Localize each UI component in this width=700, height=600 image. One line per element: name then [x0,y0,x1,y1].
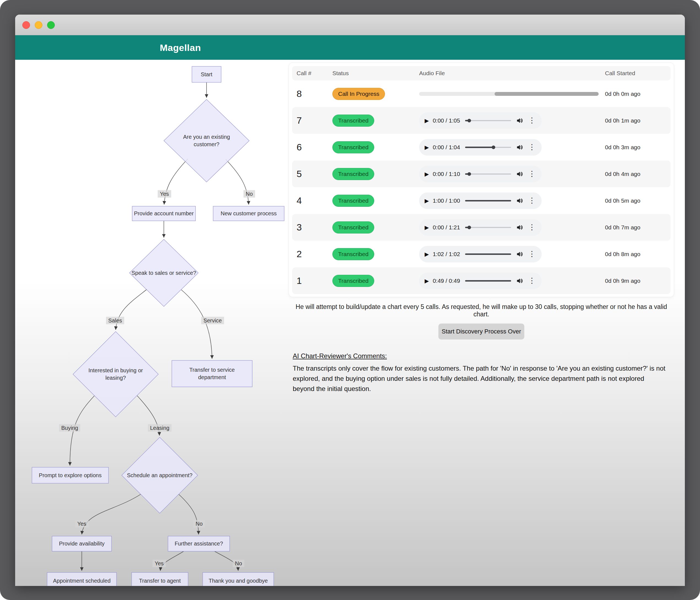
audio-cell: ▶1:02 / 1:02⋮ [419,246,605,262]
edge-label-yes: Yes [153,560,166,567]
table-header-row: Call # Status Audio File Call Started [292,66,671,80]
volume-icon[interactable] [516,197,524,205]
audio-seek-fill [465,253,511,255]
edge-label-service: Service [201,317,224,324]
audio-time: 0:00 / 1:05 [433,117,460,124]
volume-icon[interactable] [516,250,524,258]
audio-time: 0:00 / 1:10 [433,171,460,177]
col-header-audio: Audio File [419,70,605,77]
call-number: 5 [297,169,332,179]
edge-label-no: No [193,520,205,528]
edge-label-no: No [233,560,244,567]
table-row: 8Call In Progress0d 0h 0m ago [292,80,671,107]
audio-menu-button[interactable]: ⋮ [528,197,536,204]
audio-player[interactable]: ▶0:49 / 0:49⋮ [419,273,542,289]
call-table-card: Call # Status Audio File Call Started 8C… [289,62,674,297]
audio-seek-slider[interactable] [465,254,511,255]
play-icon[interactable]: ▶ [425,117,429,124]
volume-icon[interactable] [516,117,524,124]
node-start: Start [192,66,221,82]
call-number: 7 [297,115,332,126]
play-icon[interactable]: ▶ [425,197,429,204]
audio-menu-button[interactable]: ⋮ [528,144,536,151]
audio-cell: ▶0:00 / 1:04⋮ [419,139,605,156]
audio-cell: ▶0:00 / 1:05⋮ [419,112,605,129]
screenshot-root: Magellan [0,0,700,600]
audio-player[interactable]: ▶0:00 / 1:10⋮ [419,166,542,182]
audio-menu-button[interactable]: ⋮ [528,170,536,178]
audio-seek-slider[interactable] [465,227,511,228]
status-badge: Call In Progress [332,88,385,100]
audio-seek-slider[interactable] [465,200,511,201]
app-window: Magellan [15,15,685,586]
audio-seek-slider[interactable] [465,280,511,281]
audio-menu-button[interactable]: ⋮ [528,277,536,284]
minimize-button[interactable] [35,21,43,29]
volume-icon[interactable] [516,144,524,151]
audio-time: 1:00 / 1:00 [433,197,460,204]
table-row: 1Transcribed▶0:49 / 0:49⋮0d 0h 9m ago [292,267,671,294]
close-button[interactable] [22,21,30,29]
node-provide-availability: Provide availability [52,536,111,551]
node-further-assistance: Further assistance? [168,536,230,551]
edge-label-buying: Buying [59,424,80,432]
audio-seek-fill [465,200,511,201]
audio-player[interactable]: ▶0:00 / 1:05⋮ [419,112,542,129]
play-icon[interactable]: ▶ [425,278,429,284]
call-number: 3 [297,222,332,233]
call-started: 0d 0h 9m ago [605,278,666,284]
play-icon[interactable]: ▶ [425,251,429,257]
play-icon[interactable]: ▶ [425,171,429,177]
audio-time: 0:49 / 0:49 [433,278,460,284]
table-row: 4Transcribed▶1:00 / 1:00⋮0d 0h 5m ago [292,187,671,214]
volume-icon[interactable] [516,277,524,285]
play-icon[interactable]: ▶ [425,144,429,151]
table-row: 5Transcribed▶0:00 / 1:10⋮0d 0h 4m ago [292,160,671,187]
start-discovery-over-button[interactable]: Start Discovery Process Over [439,324,524,340]
node-buy-or-lease: Interested in buying or leasing? [81,362,150,386]
discovery-note: He will attempt to build/update a chart … [289,303,674,318]
play-icon[interactable]: ▶ [425,224,429,231]
status-badge: Transcribed [332,168,374,180]
audio-seek-fill [465,280,511,281]
zoom-button[interactable] [47,21,55,29]
audio-player[interactable]: ▶0:00 / 1:04⋮ [419,139,542,156]
status-cell: Transcribed [332,168,419,180]
slider-thumb[interactable] [467,172,471,176]
call-number: 1 [297,275,332,286]
edge-label-yes: Yes [75,520,89,528]
volume-icon[interactable] [516,170,524,178]
col-header-call-started: Call Started [605,70,666,77]
audio-time: 1:02 / 1:02 [433,251,460,257]
status-cell: Call In Progress [332,88,419,100]
slider-thumb[interactable] [467,119,471,122]
node-thank-you: Thank you and goodbye [203,572,274,586]
audio-menu-button[interactable]: ⋮ [528,250,536,258]
audio-seek-slider[interactable] [465,173,511,175]
volume-icon[interactable] [516,224,524,231]
node-sales-or-service: Speak to sales or service? [131,266,197,280]
call-number: 8 [297,89,332,99]
status-badge: Transcribed [332,275,374,287]
audio-seek-slider[interactable] [465,147,511,148]
node-provide-account: Provide account number [132,206,196,221]
audio-seek-slider[interactable] [465,120,511,121]
audio-player[interactable]: ▶0:00 / 1:21⋮ [419,219,542,236]
node-prompt-explore: Prompt to explore options [32,467,108,483]
status-badge: Transcribed [332,248,374,260]
audio-player[interactable]: ▶1:00 / 1:00⋮ [419,193,542,209]
status-cell: Transcribed [332,141,419,153]
call-started: 0d 0h 7m ago [605,224,666,231]
audio-menu-button[interactable]: ⋮ [528,224,536,231]
node-schedule-appt: Schedule an appointment? [124,468,196,482]
slider-thumb[interactable] [467,226,471,229]
audio-menu-button[interactable]: ⋮ [528,117,536,124]
audio-time: 0:00 / 1:04 [433,144,460,151]
audio-player[interactable]: ▶1:02 / 1:02⋮ [419,246,542,262]
slider-thumb[interactable] [492,145,495,149]
node-transfer-service: Transfer to service department [172,360,252,387]
edge-label-no: No [244,190,255,198]
status-badge: Transcribed [332,195,374,207]
audio-time: 0:00 / 1:21 [433,224,460,231]
col-header-call-num: Call # [297,70,332,77]
